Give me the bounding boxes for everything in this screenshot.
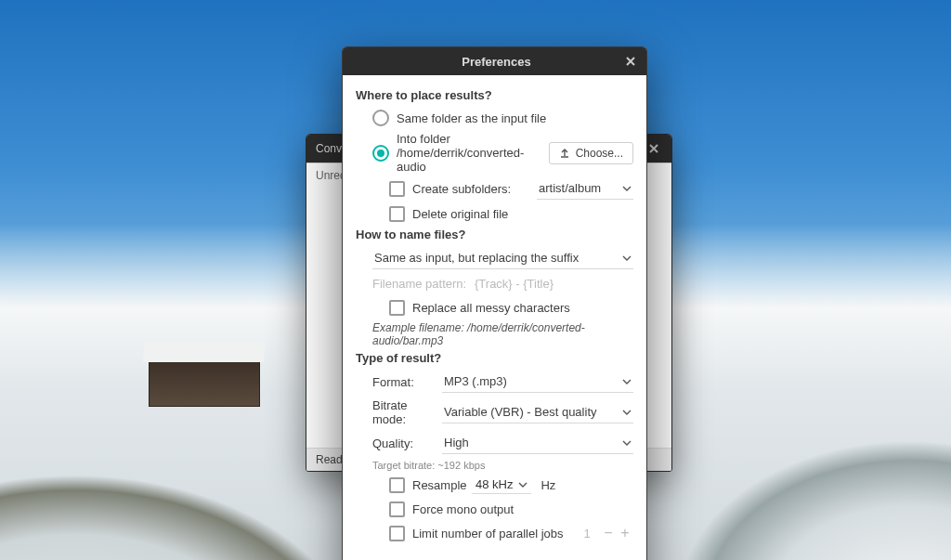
jobs-increment-button[interactable]: + xyxy=(617,525,633,541)
checkbox-icon xyxy=(389,526,405,541)
radio-into-folder-row[interactable]: Into folder /home/derrik/converted-audio… xyxy=(356,132,633,174)
quality-value: High xyxy=(444,436,622,449)
choose-folder-label: Choose... xyxy=(576,147,623,160)
checkbox-icon xyxy=(389,477,405,493)
chevron-down-icon xyxy=(622,438,632,448)
create-subfolders-row[interactable]: Create subfolders: artist/album xyxy=(356,177,633,200)
force-mono-label: Force mono output xyxy=(412,502,514,516)
into-folder-path: /home/derrik/converted-audio xyxy=(397,146,524,174)
filename-pattern-row: Filename pattern: {Track} - {Title} xyxy=(356,273,633,293)
preferences-body: Where to place results? Same folder as t… xyxy=(343,75,646,553)
format-row: Format: MP3 (.mp3) xyxy=(356,371,633,393)
delete-original-label: Delete original file xyxy=(412,207,508,221)
bitrate-mode-value: Variable (VBR) - Best quality xyxy=(444,405,622,419)
checkbox-icon xyxy=(389,501,405,517)
jobs-decrement-button[interactable]: − xyxy=(600,525,617,541)
limit-jobs-label: Limit number of parallel jobs xyxy=(412,527,564,540)
replace-messy-row[interactable]: Replace all messy characters xyxy=(356,297,633,318)
replace-messy-label: Replace all messy characters xyxy=(412,301,570,315)
preferences-title: Preferences xyxy=(462,55,530,69)
format-value: MP3 (.mp3) xyxy=(444,374,622,388)
example-prefix: Example filename: xyxy=(372,321,467,334)
preferences-titlebar: Preferences xyxy=(343,47,646,75)
radio-same-folder-label: Same folder as the input file xyxy=(397,111,546,125)
naming-mode-select[interactable]: Same as input, but replacing the suffix xyxy=(372,247,633,269)
bitrate-mode-row: Bitrate mode: Variable (VBR) - Best qual… xyxy=(356,398,633,426)
radio-same-folder-row[interactable]: Same folder as the input file xyxy=(356,108,633,128)
checkbox-icon xyxy=(389,181,405,197)
chevron-down-icon xyxy=(518,480,528,489)
chevron-down-icon xyxy=(622,377,632,386)
create-subfolders-label: Create subfolders: xyxy=(412,182,511,196)
resample-unit: Hz xyxy=(541,478,555,492)
example-filename: Example filename: /home/derrik/converted… xyxy=(372,321,633,347)
subfolder-pattern-value: artist/album xyxy=(539,181,622,195)
radio-unselected-icon xyxy=(372,110,389,126)
filename-pattern-placeholder: {Track} - {Title} xyxy=(475,277,554,291)
chevron-down-icon xyxy=(622,408,632,417)
checkbox-icon xyxy=(389,206,405,222)
into-folder-prefix: Into folder xyxy=(397,132,450,146)
resample-label: Resample xyxy=(412,478,472,492)
naming-mode-value: Same as input, but replacing the suffix xyxy=(374,251,622,265)
radio-selected-icon xyxy=(372,145,389,162)
radio-into-folder-label: Into folder /home/derrik/converted-audio xyxy=(397,132,549,174)
choose-folder-button[interactable]: Choose... xyxy=(549,142,633,164)
upload-icon xyxy=(559,148,570,159)
wallpaper-chalet xyxy=(149,360,260,407)
jobs-value: 1 xyxy=(574,527,600,540)
limit-jobs-row[interactable]: Limit number of parallel jobs 1 − + xyxy=(356,523,633,543)
resample-rate-select[interactable]: 48 kHz xyxy=(472,475,531,494)
naming-mode-row[interactable]: Same as input, but replacing the suffix xyxy=(356,247,633,269)
chevron-down-icon xyxy=(622,254,632,263)
preferences-dialog: Preferences Where to place results? Same… xyxy=(342,46,647,560)
section-results-heading: Where to place results? xyxy=(356,88,633,102)
format-select[interactable]: MP3 (.mp3) xyxy=(442,371,633,393)
section-result-type-heading: Type of result? xyxy=(356,351,633,365)
checkbox-icon xyxy=(389,300,405,316)
force-mono-row[interactable]: Force mono output xyxy=(356,499,633,519)
resample-row[interactable]: Resample 48 kHz Hz xyxy=(356,475,633,495)
resample-rate-value: 48 kHz xyxy=(476,477,513,491)
quality-row: Quality: High xyxy=(356,432,633,454)
close-icon[interactable] xyxy=(619,49,643,73)
bitrate-mode-select[interactable]: Variable (VBR) - Best quality xyxy=(442,401,633,423)
preferences-footer: Close xyxy=(343,553,646,560)
format-label: Format: xyxy=(372,375,442,389)
quality-label: Quality: xyxy=(372,436,442,450)
chevron-down-icon xyxy=(622,184,632,193)
subfolder-pattern-select[interactable]: artist/album xyxy=(537,177,633,200)
section-naming-heading: How to name files? xyxy=(356,228,633,241)
filename-pattern-label: Filename pattern: xyxy=(372,277,475,291)
bitrate-mode-label: Bitrate mode: xyxy=(372,398,442,426)
delete-original-row[interactable]: Delete original file xyxy=(356,203,633,224)
target-bitrate-hint: Target bitrate: ~192 kbps xyxy=(372,460,633,471)
quality-select[interactable]: High xyxy=(442,432,633,454)
